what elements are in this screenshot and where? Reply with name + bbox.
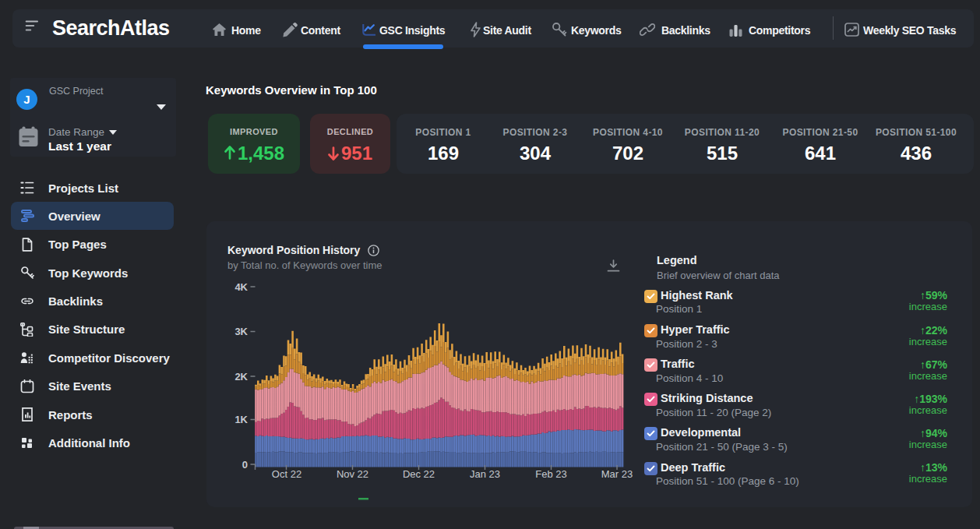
svg-text:Feb 23: Feb 23: [535, 468, 566, 480]
svg-text:1K: 1K: [234, 414, 248, 425]
svg-text:Oct 22: Oct 22: [272, 468, 301, 480]
svg-text:Nov 22: Nov 22: [337, 468, 368, 480]
svg-text:2K: 2K: [234, 371, 248, 383]
svg-text:3K: 3K: [234, 326, 248, 337]
svg-text:Dec 22: Dec 22: [403, 468, 435, 480]
svg-text:4K: 4K: [234, 281, 248, 293]
svg-text:Mar 23: Mar 23: [601, 468, 633, 480]
svg-text:Jan 23: Jan 23: [470, 468, 500, 480]
svg-text:0: 0: [242, 459, 248, 471]
